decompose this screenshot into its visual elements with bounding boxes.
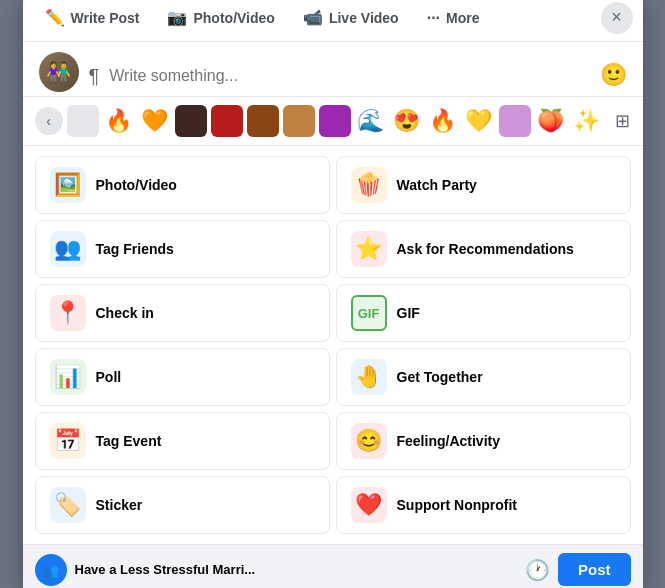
action-support-nonprofit[interactable]: ❤️ Support Nonprofit xyxy=(336,476,631,534)
ask-recommendations-action-icon: ⭐ xyxy=(351,231,387,267)
action-watch-party[interactable]: 🍿 Watch Party xyxy=(336,156,631,214)
action-poll[interactable]: 📊 Poll xyxy=(35,348,330,406)
compose-area: 👫 ¶ 🙂 xyxy=(23,42,643,96)
emoji-nav-back[interactable]: ‹ xyxy=(35,107,63,135)
ask-recommendations-action-label: Ask for Recommendations xyxy=(397,241,574,257)
action-check-in[interactable]: 📍 Check in xyxy=(35,284,330,342)
poll-action-label: Poll xyxy=(96,369,122,385)
get-together-action-label: Get Together xyxy=(397,369,483,385)
footer-suggestion-text: Have a Less Stressful Marri... xyxy=(75,562,256,577)
modal-footer: 👥 Have a Less Stressful Marri... 🕐 Post xyxy=(23,544,643,588)
emoji-swatch-14[interactable]: ✨ xyxy=(571,105,603,137)
write-post-icon: ✏️ xyxy=(45,8,65,27)
get-together-action-icon: 🤚 xyxy=(351,359,387,395)
avatar: 👫 xyxy=(39,52,79,92)
compose-input[interactable] xyxy=(109,59,589,85)
gif-action-icon: GIF xyxy=(351,295,387,331)
watch-party-action-label: Watch Party xyxy=(397,177,477,193)
emoji-swatch-8[interactable]: 🌊 xyxy=(355,105,387,137)
emoji-swatch-3[interactable] xyxy=(175,105,207,137)
emoji-swatch-9[interactable]: 😍 xyxy=(391,105,423,137)
tag-friends-action-label: Tag Friends xyxy=(96,241,174,257)
check-in-action-icon: 📍 xyxy=(50,295,86,331)
emoji-grid-button[interactable]: ⊞ xyxy=(607,105,639,137)
tab-more[interactable]: ··· More xyxy=(413,0,494,37)
emoji-swatch-4[interactable] xyxy=(211,105,243,137)
watch-party-action-icon: 🍿 xyxy=(351,167,387,203)
clock-icon[interactable]: 🕐 xyxy=(525,558,550,582)
footer-suggestion-icon: 👥 xyxy=(35,554,67,586)
photo-video-action-icon: 🖼️ xyxy=(50,167,86,203)
photo-video-icon: 📷 xyxy=(167,8,187,27)
close-button[interactable]: × xyxy=(601,2,633,34)
tag-event-action-label: Tag Event xyxy=(96,433,162,449)
action-photo-video[interactable]: 🖼️ Photo/Video xyxy=(35,156,330,214)
tag-event-action-icon: 📅 xyxy=(50,423,86,459)
poll-action-icon: 📊 xyxy=(50,359,86,395)
emoji-row: ‹ 🔥 🧡 🌊 😍 🔥 💛 🍑 ✨ ⊞ xyxy=(23,96,643,146)
check-in-action-label: Check in xyxy=(96,305,154,321)
actions-grid: 🖼️ Photo/Video 🍿 Watch Party 👥 Tag Frien… xyxy=(23,146,643,544)
more-icon: ··· xyxy=(427,9,440,27)
emoji-swatch-7[interactable] xyxy=(319,105,351,137)
action-gif[interactable]: GIF GIF xyxy=(336,284,631,342)
tag-friends-action-icon: 👥 xyxy=(50,231,86,267)
sticker-action-icon: 🏷️ xyxy=(50,487,86,523)
action-tag-event[interactable]: 📅 Tag Event xyxy=(35,412,330,470)
tab-write-post[interactable]: ✏️ Write Post xyxy=(31,0,154,37)
action-sticker[interactable]: 🏷️ Sticker xyxy=(35,476,330,534)
post-button[interactable]: Post xyxy=(558,553,631,586)
live-video-icon: 📹 xyxy=(303,8,323,27)
emoji-swatch-6[interactable] xyxy=(283,105,315,137)
tab-live-video[interactable]: 📹 Live Video xyxy=(289,0,413,37)
emoji-picker-button[interactable]: 🙂 xyxy=(600,62,627,88)
action-tag-friends[interactable]: 👥 Tag Friends xyxy=(35,220,330,278)
emoji-swatch-blank[interactable] xyxy=(67,105,99,137)
emoji-swatch-2[interactable]: 🧡 xyxy=(139,105,171,137)
gif-action-label: GIF xyxy=(397,305,420,321)
footer-suggestion: 👥 Have a Less Stressful Marri... xyxy=(35,554,517,586)
modal-header: ✏️ Write Post 📷 Photo/Video 📹 Live Video… xyxy=(23,0,643,42)
emoji-swatch-10[interactable]: 🔥 xyxy=(427,105,459,137)
support-nonprofit-action-icon: ❤️ xyxy=(351,487,387,523)
paragraph-icon: ¶ xyxy=(89,65,100,88)
create-post-modal: ✏️ Write Post 📷 Photo/Video 📹 Live Video… xyxy=(23,0,643,588)
feeling-activity-action-label: Feeling/Activity xyxy=(397,433,500,449)
action-ask-recommendations[interactable]: ⭐ Ask for Recommendations xyxy=(336,220,631,278)
photo-video-action-label: Photo/Video xyxy=(96,177,177,193)
emoji-swatch-12[interactable] xyxy=(499,105,531,137)
tab-photo-video[interactable]: 📷 Photo/Video xyxy=(153,0,288,37)
action-feeling-activity[interactable]: 😊 Feeling/Activity xyxy=(336,412,631,470)
support-nonprofit-action-label: Support Nonprofit xyxy=(397,497,518,513)
emoji-swatch-13[interactable]: 🍑 xyxy=(535,105,567,137)
emoji-swatch-11[interactable]: 💛 xyxy=(463,105,495,137)
emoji-swatch-5[interactable] xyxy=(247,105,279,137)
action-get-together[interactable]: 🤚 Get Together xyxy=(336,348,631,406)
feeling-activity-action-icon: 😊 xyxy=(351,423,387,459)
emoji-swatch-1[interactable]: 🔥 xyxy=(103,105,135,137)
sticker-action-label: Sticker xyxy=(96,497,143,513)
